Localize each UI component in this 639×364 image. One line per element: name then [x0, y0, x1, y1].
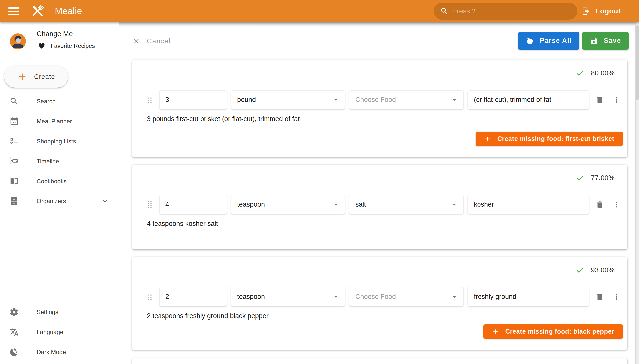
dropdown-caret-icon	[451, 201, 458, 208]
mealie-logo-icon	[30, 3, 46, 20]
sidebar-item-label: Timeline	[37, 158, 59, 165]
sidebar-item-label: Organizers	[37, 198, 66, 205]
delete-button[interactable]	[593, 94, 606, 106]
close-icon	[132, 37, 140, 45]
unit-select[interactable]: pound	[231, 90, 345, 110]
note-input[interactable]	[468, 195, 589, 214]
search-icon	[440, 7, 449, 16]
unit-select[interactable]: teaspoon	[231, 195, 345, 214]
original-ingredient-text: 2 teaspoons freshly ground black pepper	[147, 312, 269, 320]
more-options-button[interactable]	[610, 94, 623, 106]
cancel-button[interactable]: Cancel	[132, 34, 171, 48]
drag-handle-icon[interactable]	[147, 292, 155, 302]
app-title: Mealie	[55, 6, 82, 16]
create-missing-food-button[interactable]: Create missing food: first-cut brisket	[476, 132, 623, 146]
quantity-input[interactable]	[159, 287, 227, 306]
confidence-row: 77.00%	[575, 173, 614, 182]
logout-label: Logout	[595, 7, 621, 15]
save-button[interactable]: Save	[582, 32, 628, 50]
quantity-input[interactable]	[159, 195, 227, 214]
kebab-icon	[612, 96, 621, 104]
sidebar-item-meal-planner[interactable]: Meal Planner	[0, 112, 119, 132]
create-missing-food-label: Create missing food: black pepper	[505, 328, 614, 335]
create-button[interactable]: Create	[4, 66, 68, 88]
confidence-value: 93.00%	[591, 266, 614, 274]
create-missing-food-button[interactable]: Create missing food: black pepper	[484, 324, 623, 338]
search-bar[interactable]	[434, 3, 577, 20]
trash-icon	[595, 293, 604, 301]
sidebar-item-label: Settings	[37, 309, 58, 316]
avatar[interactable]	[10, 34, 26, 49]
note-input[interactable]	[468, 287, 589, 306]
magnify-icon	[10, 97, 19, 106]
ingredient-input-row: teaspoon Choose Food	[132, 287, 627, 306]
food-placeholder: Choose Food	[355, 96, 396, 104]
drag-handle-icon[interactable]	[147, 199, 155, 210]
drag-handle-icon[interactable]	[147, 94, 155, 106]
sidebar-item-search[interactable]: Search	[0, 92, 119, 112]
favorite-recipes-link[interactable]: Favorite Recipes	[38, 42, 95, 49]
create-label: Create	[34, 73, 55, 80]
scrollbar-thumb[interactable]	[636, 26, 638, 100]
unit-select[interactable]: teaspoon	[231, 287, 345, 306]
ingredient-card-partial	[132, 358, 627, 364]
user-block[interactable]: Change Me Favorite Recipes	[0, 22, 119, 60]
sidebar-item-timeline[interactable]: Timeline	[0, 151, 119, 171]
scrollbar[interactable]	[635, 22, 639, 364]
content-divider	[130, 28, 627, 28]
delete-button[interactable]	[593, 290, 606, 304]
sidebar-nav: Search Meal Planner Shopping Lists Timel…	[0, 92, 119, 211]
kebab-icon	[612, 293, 621, 301]
logout-button[interactable]: Logout	[582, 0, 621, 22]
confidence-value: 80.00%	[591, 69, 614, 77]
trash-icon	[595, 200, 604, 209]
food-select[interactable]: salt	[349, 195, 464, 214]
sidebar-item-label: Search	[37, 98, 56, 105]
sidebar-divider	[0, 60, 119, 60]
sidebar-item-shopping-lists[interactable]: Shopping Lists	[0, 132, 119, 151]
sidebar-item-label: Language	[37, 328, 63, 336]
ingredient-card: 93.00% teaspoon Choose Food 2 teaspoons …	[132, 257, 627, 350]
original-ingredient-text: 3 pounds first-cut brisket (or flat-cut)…	[147, 115, 300, 123]
dropdown-caret-icon	[332, 96, 339, 104]
app-bar: Mealie Logout	[0, 0, 639, 22]
search-input[interactable]	[452, 7, 562, 15]
sidebar-item-language[interactable]: Language	[0, 322, 119, 342]
check-icon	[575, 68, 585, 78]
sidebar-item-settings[interactable]: Settings	[0, 302, 119, 322]
ingredient-card: 80.00% pound Choose Food 3 pounds first-…	[132, 60, 627, 157]
delete-button[interactable]	[593, 198, 606, 211]
parse-all-button[interactable]: Parse All	[518, 32, 579, 50]
sidebar-item-dark-mode[interactable]: Dark Mode	[0, 342, 119, 362]
user-name: Change Me	[37, 30, 73, 38]
food-select[interactable]: Choose Food	[349, 287, 464, 306]
cancel-label: Cancel	[147, 38, 171, 45]
more-options-button[interactable]	[610, 198, 623, 211]
ingredient-card: 77.00% teaspoon salt 4 teaspoons kosher …	[132, 164, 627, 249]
note-input[interactable]	[468, 90, 589, 110]
chevron-down-icon[interactable]	[101, 198, 109, 205]
food-select[interactable]: Choose Food	[349, 90, 464, 110]
sidebar-item-cookbooks[interactable]: Cookbooks	[0, 171, 119, 191]
menu-icon[interactable]	[9, 6, 20, 17]
heart-icon	[38, 42, 45, 49]
sidebar-item-label: Shopping Lists	[37, 138, 76, 145]
sidebar-footer: Settings Language Dark Mode	[0, 302, 119, 362]
apple-icon	[526, 37, 534, 45]
plus-icon	[17, 71, 28, 82]
list-checks-icon	[10, 136, 19, 146]
sidebar: Change Me Favorite Recipes Create Search…	[0, 22, 119, 364]
more-options-button[interactable]	[610, 290, 623, 304]
food-value: salt	[355, 201, 366, 208]
ingredient-input-row: teaspoon salt	[132, 195, 627, 214]
confidence-value: 77.00%	[591, 174, 614, 182]
ingredient-input-row: pound Choose Food	[132, 90, 627, 110]
avatar-image	[10, 34, 26, 49]
appbar-shadow	[119, 22, 639, 27]
trash-icon	[595, 96, 604, 104]
food-placeholder: Choose Food	[355, 293, 396, 301]
confidence-row: 93.00%	[575, 265, 614, 275]
timeline-icon	[10, 156, 19, 166]
sidebar-item-organizers[interactable]: Organizers	[0, 191, 119, 211]
quantity-input[interactable]	[159, 90, 227, 110]
